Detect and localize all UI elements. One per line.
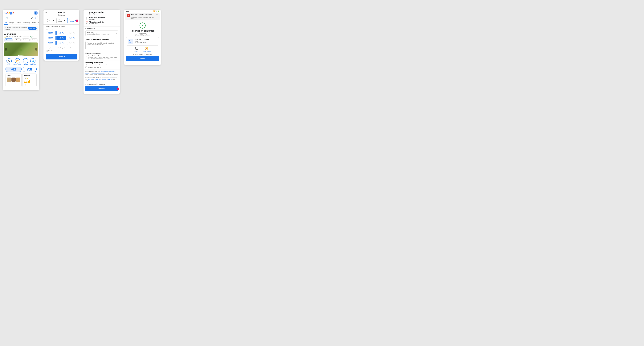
time-645[interactable]: 6:45 PM [67,36,77,40]
party-selector[interactable]: Party 2 ▾ [46,18,55,23]
checkbox-label: Reserve with Google [88,67,101,68]
time-530[interactable]: 5:30 PM [46,31,56,35]
photo-next[interactable]: › [35,48,38,51]
done-button[interactable]: Done [126,56,159,61]
date-selector[interactable]: Date Today ▾ [56,18,66,23]
selectors-row: Party 2 ▾ Date Today ▾ Time 6:30 PM ▾ [44,17,79,24]
mic-icon[interactable]: 🎤 [31,17,34,19]
category: Italian restaurant [19,36,29,38]
btab-reviews[interactable]: Reviews [22,38,30,41]
res-back-arrow[interactable]: ← [86,11,88,14]
table-time-tos-link[interactable]: Table Time's Terms of Use [92,72,104,74]
action-call[interactable]: 📞 CALL [6,58,12,65]
contact-phone: +1 458-849-0506 [100,33,110,35]
reserve-google-checkbox[interactable] [86,66,87,68]
menu-label: Menu [7,75,11,77]
action-share[interactable]: ↗ SHARE [23,58,28,65]
reserve-table-button[interactable]: RESERVE A TABLE [6,67,22,72]
special-request-section: Add special request (optional) [84,37,120,51]
back-arrow[interactable]: ← [45,11,47,14]
reserve-label: Reserve [98,88,105,90]
reserve-button[interactable]: Reserve [86,86,118,91]
photo-prev[interactable]: ‹ [5,48,7,51]
contact-arrow: › [116,32,117,34]
res-date: Thursday, April 21 [89,21,104,23]
date-block: 21 APR [128,39,133,44]
conf-email-label: Email sent to [126,33,159,34]
table-time-name: Table Time [48,50,54,52]
avatar[interactable]: 👤 [34,11,38,15]
search-bar[interactable]: 🔍 olio e piu 🎤 ⊙ [4,16,38,20]
btab-menu[interactable]: Menu [14,38,20,41]
conf-table-time-icon: 🍽️ [144,53,146,55]
tab-images[interactable]: Images [8,21,16,24]
google-header: Google 👤 [3,10,39,16]
tab-maps[interactable]: Map... [37,21,39,24]
res-party: Party of 2 [134,40,157,42]
conf-partnership-text: In partnership with [133,53,144,55]
call-label: CALL [8,64,11,65]
tab-all[interactable]: All [4,21,8,24]
action-directions[interactable]: 🧭 DIRECTIONS [14,58,21,65]
google-logo: Google [4,11,14,15]
action-website[interactable]: 🌐 WEBSITE [30,58,36,65]
cancellation-desc: If you can't make it to your reservation… [88,57,118,59]
continue-button[interactable]: Continue [46,54,77,59]
lens-icon[interactable]: ⊙ [34,17,36,19]
partnership-note: Booking times are provided in partnershi… [44,46,79,50]
time-615[interactable]: 6:15 PM [46,36,56,40]
modal-subtitle: Restaurant [44,14,79,17]
contact-name: John Doe [87,32,110,33]
conf-directions-label: DIRECTIONS [142,51,150,52]
notif-time: now [156,14,158,15]
marketing-title: Marketing preferences [86,62,118,64]
rules-section: Rules & restrictions ⊗ Cancellation poli… [84,51,120,60]
notif-sub2: [Reservation confirmed] Thanks for using… [131,17,155,19]
menu-arrow[interactable]: › [20,75,20,77]
conf-email-value: johndoe12@gmail.com [126,34,159,36]
business-meta: ⭐ 4.6 (6K) · $50–100 · Italian restauran… [4,36,38,38]
gmail-icon: M [127,14,130,17]
business-name: OLIO E PIÙ [4,33,16,36]
tab-videos[interactable]: Videos [16,21,22,24]
conf-partnership: In partnership with 🍽️ Table Time [126,53,159,55]
time-545[interactable]: 5:45 PM [56,31,66,35]
conf-directions-action[interactable]: 🧭 DIRECTIONS [142,47,150,52]
time-selector[interactable]: Time 6:30 PM ▾ [67,18,77,23]
photo-dots [18,55,24,56]
generate-button[interactable]: Generate [28,27,36,30]
notification-card: M Table Time | Olio e Più Reservations Y… [125,13,160,20]
call-icon-circle: 📞 [6,58,12,63]
home-indicator [137,64,148,64]
review-count: (6K) · [8,36,12,38]
time-630[interactable]: 6:30 PM [56,36,66,40]
party-label: Party [47,19,50,20]
bar-1 [24,81,25,83]
search-input[interactable]: olio e piu [9,17,30,19]
conf-call-action[interactable]: 📞 CALL [134,47,138,52]
res-info: Olio e Più · Outdoor Party of 2 Thu · 6:… [134,39,157,44]
contact-box[interactable]: John Doe johndoe12@gmail.com +1 458-849-… [86,30,118,36]
time-700[interactable]: 7:00 PM [46,41,56,45]
tab-news[interactable]: News [31,21,37,24]
date-month: APR [129,42,132,43]
date-num: 21 [129,39,132,42]
special-request-input[interactable] [86,41,118,49]
party-detail: Party of 2 - Outdoor [89,17,105,19]
btab-overview[interactable]: Overview [4,38,13,41]
directions-label: DIRECTIONS [14,64,21,65]
open-status: Open [30,36,34,38]
google-privacy-link[interactable]: Google's Privacy Policy [102,79,113,80]
main-scene: Google 👤 🔍 olio e piu 🎤 ⊙ All Images Vid… [3,10,190,94]
reviews-arrow[interactable]: › [35,75,35,77]
rating-star: ⭐ [4,36,6,38]
more-icon[interactable]: ⋮ [36,33,38,36]
table-time-privacy-link[interactable]: Table Time's Privacy Policy [88,79,101,80]
time-715[interactable]: 7:15 PM [56,41,66,45]
tab-shopping[interactable]: Shopping [22,21,31,24]
btab-photos[interactable]: Photos [30,38,38,41]
order-online-button[interactable]: ORDER ONLINE [23,67,36,72]
date-chevron: ▾ [64,20,65,21]
reserve-button-dot [117,87,119,90]
website-label: WEBSITE [30,64,36,65]
